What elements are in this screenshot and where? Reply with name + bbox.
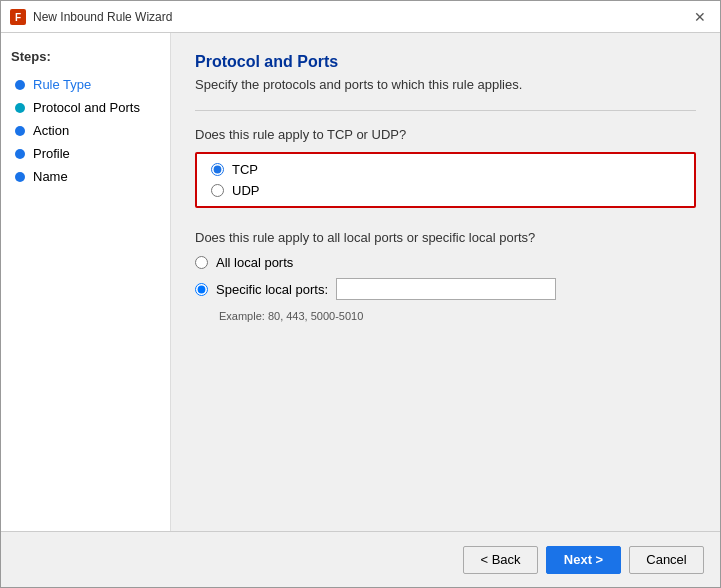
tcp-label: TCP: [232, 162, 258, 177]
all-ports-radio[interactable]: [195, 256, 208, 269]
sidebar-label-profile: Profile: [33, 146, 70, 161]
page-subtitle: Specify the protocols and ports to which…: [195, 77, 696, 92]
title-bar: F New Inbound Rule Wizard ✕: [1, 1, 720, 33]
protocol-radio-group: TCP UDP: [195, 152, 696, 208]
bullet-protocol-ports: [15, 103, 25, 113]
ports-example: Example: 80, 443, 5000-5010: [219, 310, 696, 322]
cancel-button[interactable]: Cancel: [629, 546, 704, 574]
next-button[interactable]: Next >: [546, 546, 621, 574]
sidebar-item-protocol-ports[interactable]: Protocol and Ports: [11, 97, 160, 118]
svg-text:F: F: [15, 12, 21, 23]
bullet-action: [15, 126, 25, 136]
bullet-name: [15, 172, 25, 182]
protocol-question: Does this rule apply to TCP or UDP?: [195, 127, 696, 142]
udp-label: UDP: [232, 183, 259, 198]
all-ports-row[interactable]: All local ports: [195, 255, 696, 270]
ports-section: Does this rule apply to all local ports …: [195, 230, 696, 322]
sidebar-label-protocol-ports: Protocol and Ports: [33, 100, 140, 115]
specific-ports-radio[interactable]: [195, 283, 208, 296]
wizard-icon: F: [9, 8, 27, 26]
sidebar-label-rule-type: Rule Type: [33, 77, 91, 92]
wizard-window: F New Inbound Rule Wizard ✕ Steps: Rule …: [0, 0, 721, 588]
tcp-radio[interactable]: [211, 163, 224, 176]
sidebar-item-action[interactable]: Action: [11, 120, 160, 141]
page-title: Protocol and Ports: [195, 53, 696, 71]
specific-ports-row[interactable]: Specific local ports:: [195, 278, 696, 300]
sidebar: Steps: Rule Type Protocol and Ports Acti…: [1, 33, 171, 531]
udp-radio[interactable]: [211, 184, 224, 197]
divider: [195, 110, 696, 111]
footer: < Back Next > Cancel: [1, 531, 720, 587]
tcp-radio-row[interactable]: TCP: [211, 162, 680, 177]
sidebar-item-profile[interactable]: Profile: [11, 143, 160, 164]
close-button[interactable]: ✕: [688, 5, 712, 29]
specific-ports-label: Specific local ports:: [216, 282, 328, 297]
udp-radio-row[interactable]: UDP: [211, 183, 680, 198]
back-button[interactable]: < Back: [463, 546, 538, 574]
ports-question: Does this rule apply to all local ports …: [195, 230, 696, 245]
all-ports-label: All local ports: [216, 255, 293, 270]
bullet-rule-type: [15, 80, 25, 90]
sidebar-label-action: Action: [33, 123, 69, 138]
bullet-profile: [15, 149, 25, 159]
content-area: Steps: Rule Type Protocol and Ports Acti…: [1, 33, 720, 531]
sidebar-heading: Steps:: [11, 49, 160, 64]
sidebar-item-name[interactable]: Name: [11, 166, 160, 187]
ports-input[interactable]: [336, 278, 556, 300]
title-bar-text: New Inbound Rule Wizard: [33, 10, 688, 24]
sidebar-item-rule-type[interactable]: Rule Type: [11, 74, 160, 95]
sidebar-label-name: Name: [33, 169, 68, 184]
ports-radio-group: All local ports Specific local ports: Ex…: [195, 255, 696, 322]
main-panel: Protocol and Ports Specify the protocols…: [171, 33, 720, 531]
